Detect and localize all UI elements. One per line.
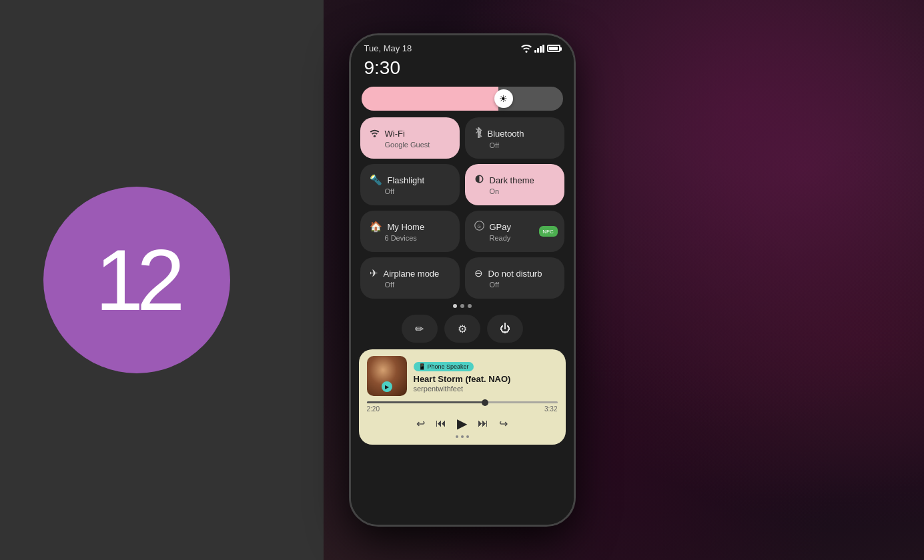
status-date: Tue, May 18	[364, 43, 412, 53]
media-dot-2	[461, 435, 464, 438]
replay-button[interactable]: ↩	[416, 417, 425, 430]
media-info: 📱 Phone Speaker Heart Storm (feat. NAO) …	[414, 359, 558, 393]
settings-button[interactable]: ⚙	[444, 315, 480, 343]
edit-button[interactable]: ✏	[402, 315, 438, 343]
page-dot-2	[460, 304, 464, 308]
brightness-row[interactable]: ☀	[351, 84, 574, 117]
media-dot-1	[456, 435, 458, 438]
wifi-tile-subtitle: Google Guest	[370, 141, 450, 149]
page-dots	[351, 299, 574, 312]
previous-button[interactable]: ⏮	[436, 417, 446, 429]
dnd-tile-title: Do not disturb	[488, 269, 542, 279]
brightness-thumb[interactable]: ☀	[494, 89, 513, 108]
flashlight-tile-subtitle: Off	[370, 187, 450, 195]
dark-theme-icon	[474, 174, 484, 186]
qs-tile-flashlight[interactable]: 🔦 Flashlight Off	[360, 164, 460, 205]
clock-time: 9:30	[364, 57, 401, 79]
dark-theme-tile-title: Dark theme	[490, 175, 534, 185]
progress-bar-background	[367, 401, 558, 403]
phone-screen: Tue, May 18 9:30	[351, 35, 574, 525]
qs-tile-wifi[interactable]: Wi-Fi Google Guest	[360, 117, 460, 159]
speaker-badge-text: Phone Speaker	[428, 363, 469, 370]
battery-icon	[547, 45, 560, 52]
media-player: ▶ 📱 Phone Speaker Heart Storm (feat. NAO…	[359, 349, 566, 445]
next-button[interactable]: ⏭	[478, 417, 488, 429]
svg-point-1	[373, 135, 375, 137]
dnd-tile-subtitle: Off	[474, 281, 555, 289]
speaker-icon: 📱	[418, 363, 426, 370]
quick-settings-grid: Wi-Fi Google Guest Bluetooth Off	[351, 117, 574, 299]
power-button[interactable]: ⏻	[487, 315, 523, 343]
android-12-logo: 12	[43, 187, 230, 373]
edit-icon: ✏	[415, 323, 424, 335]
wifi-status-icon	[521, 44, 532, 53]
media-dot-3	[466, 435, 469, 438]
media-controls: ↩ ⏮ ▶ ⏭ ↪	[367, 415, 558, 431]
media-artist: serpentwithfeet	[414, 385, 558, 393]
bluetooth-tile-subtitle: Off	[474, 141, 555, 149]
media-top: ▶ 📱 Phone Speaker Heart Storm (feat. NAO…	[367, 356, 558, 396]
svg-text:G: G	[477, 224, 480, 229]
flashlight-tile-title: Flashlight	[388, 175, 425, 185]
settings-icon: ⚙	[458, 323, 467, 335]
progress-total: 3:32	[544, 405, 557, 413]
airplane-icon: ✈	[370, 267, 378, 279]
qs-tile-dark-theme[interactable]: Dark theme On	[465, 164, 564, 205]
gpay-tile-title: GPay	[490, 222, 512, 232]
dnd-icon: ⊖	[474, 267, 483, 279]
action-row: ✏ ⚙ ⏻	[351, 312, 574, 349]
bluetooth-icon	[474, 127, 482, 140]
qs-tile-airplane[interactable]: ✈ Airplane mode Off	[360, 257, 460, 299]
qs-tile-bluetooth[interactable]: Bluetooth Off	[465, 117, 564, 159]
forward-button[interactable]: ↪	[499, 417, 508, 430]
qs-tile-dnd[interactable]: ⊖ Do not disturb Off	[465, 257, 564, 299]
progress-times: 2:20 3:32	[367, 405, 558, 413]
my-home-tile-title: My Home	[388, 222, 425, 232]
qs-tile-gpay[interactable]: G GPay Ready NFC	[465, 211, 564, 252]
dark-theme-tile-subtitle: On	[474, 187, 555, 195]
media-title: Heart Storm (feat. NAO)	[414, 374, 558, 385]
my-home-tile-subtitle: 6 Devices	[370, 234, 450, 242]
gpay-icon: G	[474, 221, 484, 233]
home-icon: 🏠	[370, 221, 382, 233]
power-icon: ⏻	[500, 323, 510, 335]
page-dot-3	[468, 304, 472, 308]
android-version-text: 12	[95, 237, 179, 323]
time-row: 9:30	[351, 57, 574, 84]
airplane-tile-subtitle: Off	[370, 281, 450, 289]
brightness-slider[interactable]: ☀	[362, 87, 563, 111]
speaker-badge: 📱 Phone Speaker	[414, 362, 474, 371]
progress-current: 2:20	[367, 405, 380, 413]
album-art: ▶	[367, 356, 407, 396]
wifi-icon	[370, 128, 380, 139]
svg-point-0	[525, 51, 527, 53]
play-indicator: ▶	[382, 381, 392, 392]
progress-bar-fill	[367, 401, 485, 403]
media-progress[interactable]: 2:20 3:32	[367, 401, 558, 413]
page-dot-1	[453, 304, 457, 308]
status-icons	[521, 44, 560, 53]
phone-frame: Tue, May 18 9:30	[349, 33, 576, 527]
airplane-tile-title: Airplane mode	[384, 269, 440, 279]
wifi-tile-title: Wi-Fi	[385, 129, 405, 139]
flashlight-icon: 🔦	[370, 174, 382, 186]
bluetooth-tile-title: Bluetooth	[488, 129, 524, 139]
progress-thumb[interactable]	[482, 399, 488, 406]
gpay-nfc-badge: NFC	[539, 226, 558, 237]
play-pause-button[interactable]: ▶	[457, 415, 467, 431]
status-bar: Tue, May 18	[351, 35, 574, 57]
signal-bars-icon	[534, 45, 544, 53]
qs-tile-my-home[interactable]: 🏠 My Home 6 Devices	[360, 211, 460, 252]
gpay-badge-text: NFC	[542, 229, 553, 235]
media-dots	[367, 435, 558, 438]
